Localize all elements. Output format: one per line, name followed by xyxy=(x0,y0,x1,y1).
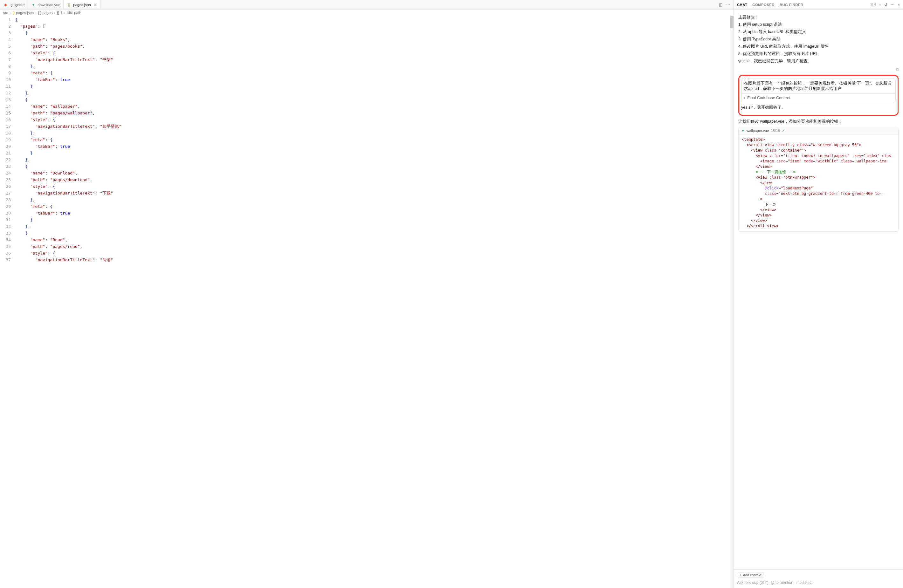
code-content[interactable]: { "pages": [ { "name": "Books", "path": … xyxy=(15,16,733,588)
json-icon: {} xyxy=(13,11,15,15)
context-expander[interactable]: › Final Codebase Context xyxy=(741,94,896,102)
code-block-body[interactable]: <template> <scroll-view scroll-y class="… xyxy=(739,134,898,231)
breadcrumb-item[interactable]: pages.json xyxy=(16,11,34,15)
add-context-button[interactable]: + Add context xyxy=(737,572,764,578)
chat-input-area: + Add context Ask followup (⌘Y), @ to me… xyxy=(734,569,903,588)
chat-text: 5. 优化预览图片的逻辑，提取所有图片 URL xyxy=(738,51,898,57)
chat-text: 3. 使用 TypeScript 类型 xyxy=(738,36,898,42)
tab-label: pages.json xyxy=(73,3,91,7)
chat-text: 4. 修改图片 URL 的获取方式，使用 imageUrl 属性 xyxy=(738,44,898,49)
chat-text: 1. 使用 setup script 语法 xyxy=(738,22,898,27)
breadcrumb-item[interactable]: path xyxy=(74,11,81,15)
json-icon: {} xyxy=(67,3,71,7)
chat-tabs: CHAT COMPOSER BUG FINDER xyxy=(737,3,803,7)
chat-tab-composer[interactable]: COMPOSER xyxy=(752,3,774,7)
code-editor[interactable]: 1234567891011121314151617181920212223242… xyxy=(0,16,733,588)
breadcrumb-item[interactable]: 1 xyxy=(60,11,62,15)
code-block-filename: wallpaper.vue xyxy=(747,129,769,132)
cursor-icon: ⬚ xyxy=(744,77,749,81)
breadcrumb-item[interactable]: pages xyxy=(42,11,52,15)
copy-icon[interactable]: ⧉ xyxy=(896,67,898,72)
user-message: ⬚ 在图片最下面有一个绿色的按钮，一定要美观好看。按钮叫做"下一页"。会从新请求… xyxy=(741,79,896,94)
breadcrumb-item[interactable]: src xyxy=(3,11,8,15)
chat-tab-bugfinder[interactable]: BUG FINDER xyxy=(780,3,804,7)
followup-input[interactable]: Ask followup (⌘Y), @ to mention, ↑ to se… xyxy=(737,580,900,585)
chevron-right-icon: › xyxy=(744,96,745,100)
tab-actions: ◫ ⋯ xyxy=(718,3,733,7)
chevron-right-icon: › xyxy=(35,11,36,15)
vue-icon: ▼ xyxy=(741,129,745,132)
chevron-right-icon: › xyxy=(64,11,66,15)
string-icon: abc xyxy=(67,11,73,14)
tab-label: download.vue xyxy=(38,3,60,7)
chat-text: 主要修改： xyxy=(738,15,898,20)
tab-download-vue[interactable]: ▼ download.vue xyxy=(28,0,64,9)
chat-text: yes sir，我开始回答了。 xyxy=(741,105,896,110)
chat-text: yes sir，我已经回答完毕，请用户检查。 xyxy=(738,58,898,64)
close-icon[interactable]: × xyxy=(93,2,97,7)
chat-pane: CHAT COMPOSER BUG FINDER ⌘N + ↺ ⋯ × 主要修改… xyxy=(734,0,903,588)
breadcrumb[interactable]: src › {} pages.json › [ ] pages › {} 1 ›… xyxy=(0,9,733,16)
code-block-diff: 15/18 xyxy=(771,129,780,132)
minimap-scrollbar[interactable] xyxy=(730,16,733,588)
plus-icon: + xyxy=(739,573,741,577)
tab-gitignore[interactable]: ◆ .gitignore xyxy=(0,0,28,9)
chevron-right-icon: › xyxy=(54,11,55,15)
chevron-right-icon: › xyxy=(9,11,11,15)
plus-icon[interactable]: + xyxy=(879,3,881,7)
code-block: ▼ wallpaper.vue 15/18 ✓ <template> <scro… xyxy=(738,127,898,232)
add-context-label: Add context xyxy=(743,573,761,577)
vue-icon: ▼ xyxy=(31,3,36,7)
more-icon[interactable]: ⋯ xyxy=(726,3,730,7)
check-icon: ✓ xyxy=(782,128,785,133)
chat-header: CHAT COMPOSER BUG FINDER ⌘N + ↺ ⋯ × xyxy=(734,0,903,9)
chat-tab-chat[interactable]: CHAT xyxy=(737,3,747,7)
chat-body[interactable]: 主要修改： 1. 使用 setup script 语法 2. 从 api.ts … xyxy=(734,9,903,569)
split-editor-icon[interactable]: ◫ xyxy=(718,3,723,7)
editor-pane: ◆ .gitignore ▼ download.vue {} pages.jso… xyxy=(0,0,734,588)
chat-text: 让我们修改 wallpaper.vue，添加分页功能和美观的按钮： xyxy=(738,119,898,124)
object-icon: {} xyxy=(57,11,60,15)
history-icon[interactable]: ↺ xyxy=(884,3,887,7)
context-label: Final Codebase Context xyxy=(747,96,790,100)
more-icon[interactable]: ⋯ xyxy=(890,3,894,7)
user-message-text: 在图片最下面有一个绿色的按钮，一定要美观好看。按钮叫做"下一页"。会从新请求ap… xyxy=(744,81,892,91)
shortcut-label: ⌘N xyxy=(870,3,876,6)
tab-pages-json[interactable]: {} pages.json × xyxy=(64,0,101,9)
array-icon: [ ] xyxy=(38,11,41,15)
line-gutter: 1234567891011121314151617181920212223242… xyxy=(0,16,15,588)
chat-text: 2. 从 api.ts 导入 baseURL 和类型定义 xyxy=(738,29,898,35)
tab-bar: ◆ .gitignore ▼ download.vue {} pages.jso… xyxy=(0,0,733,9)
highlighted-region: ⬚ 在图片最下面有一个绿色的按钮，一定要美观好看。按钮叫做"下一页"。会从新请求… xyxy=(738,75,898,116)
close-icon[interactable]: × xyxy=(898,3,900,7)
code-block-header: ▼ wallpaper.vue 15/18 ✓ xyxy=(739,127,898,134)
chat-header-actions: ⌘N + ↺ ⋯ × xyxy=(870,3,900,7)
git-icon: ◆ xyxy=(3,3,8,7)
tab-label: .gitignore xyxy=(9,3,25,7)
